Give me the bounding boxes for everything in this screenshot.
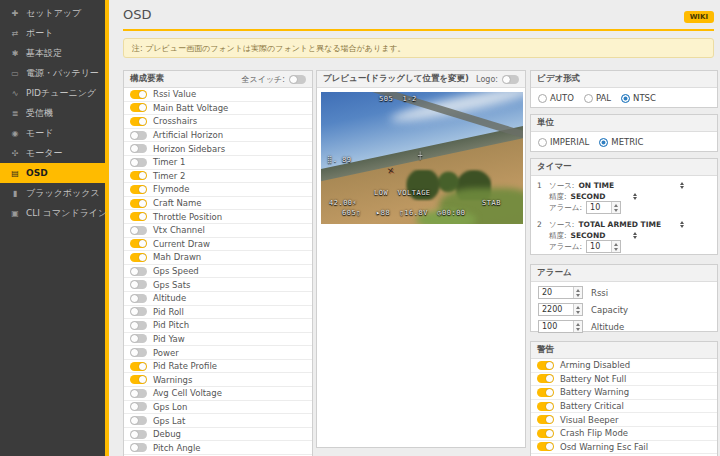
toggle-pid-roll[interactable] xyxy=(130,307,147,316)
row-label: Altitude xyxy=(153,293,186,303)
timer-1-source-select[interactable]: ON TIME xyxy=(578,181,684,190)
alarm-capacity-input[interactable]: 2200 xyxy=(538,303,583,316)
toggle-main-batt-voltage[interactable] xyxy=(130,103,147,112)
video-format-option-ntsc[interactable]: NTSC xyxy=(621,93,656,103)
row-label: Pid Yaw xyxy=(153,334,185,344)
toggle-avg-cell-voltage[interactable] xyxy=(130,389,147,398)
page-title: OSD xyxy=(123,7,152,22)
logo-toggle[interactable] xyxy=(502,75,519,84)
element-row: Horizon Sidebars xyxy=(124,142,312,156)
wiki-button[interactable]: WIKI xyxy=(684,11,714,23)
cli-icon: ▣ xyxy=(10,209,20,218)
sidebar-item-item[interactable]: ≣受信機 xyxy=(0,103,105,123)
toggle-warnings[interactable] xyxy=(130,375,147,384)
toggle-debug[interactable] xyxy=(130,430,147,439)
toggle-throttle-position[interactable] xyxy=(130,212,147,221)
toggle-crosshairs[interactable] xyxy=(130,117,147,126)
warning-row: Crash Flip Mode xyxy=(531,427,717,441)
sidebar-item-osd[interactable]: ▤OSD xyxy=(0,163,105,183)
toggle-timer-1[interactable] xyxy=(130,158,147,167)
osd-rssi[interactable]: ⣿. 89 xyxy=(327,156,351,164)
alarm-label: Capacity xyxy=(591,305,628,315)
toggle-gps-lat[interactable] xyxy=(130,416,147,425)
timer-1-alarm-input-spinner[interactable] xyxy=(611,202,620,213)
osd-mah-drawn[interactable]: 605▯ xyxy=(342,209,361,217)
osd-flymode[interactable]: STAB xyxy=(482,199,501,207)
osd-crosshair[interactable]: ┼ xyxy=(418,152,423,160)
video-format-option-auto[interactable]: AUTO xyxy=(538,93,574,103)
toggle-rssi-value[interactable] xyxy=(130,90,147,99)
sidebar-item-pid[interactable]: ∿PIDチューニング xyxy=(0,83,105,103)
timers-body: 1ソース:ON TIME精度:SECONDアラーム:102ソース:TOTAL A… xyxy=(531,176,717,252)
modes-icon: ◉ xyxy=(10,129,20,138)
toggle-gps-speed[interactable] xyxy=(130,267,147,276)
timer-2-alarm-input-spinner[interactable] xyxy=(611,241,620,252)
osd-current-draw[interactable]: 42.00⚡ xyxy=(329,199,357,207)
toggle-mah-drawn[interactable] xyxy=(130,253,147,262)
alarm-capacity-input-spinner[interactable] xyxy=(573,304,582,315)
sidebar-item-item[interactable]: ◉モード xyxy=(0,123,105,143)
alarm-altitude-input-spinner[interactable] xyxy=(573,321,582,332)
units-option-metric[interactable]: METRIC xyxy=(599,137,643,147)
timer-1-precision-select[interactable]: SECOND xyxy=(571,192,637,201)
toggle-timer-2[interactable] xyxy=(130,171,147,180)
toggle-arming-disabled[interactable] xyxy=(537,361,554,370)
timer-2-source-select[interactable]: TOTAL ARMED TIME xyxy=(578,220,684,229)
timer-2-alarm-input-value: 10 xyxy=(587,241,611,252)
sidebar-item-item[interactable]: ✚セットアップ xyxy=(0,3,105,23)
alarms-panel: アラーム 20Rssi2200Capacity100Altitude xyxy=(530,264,718,332)
toggle-battery-not-full[interactable] xyxy=(537,374,554,383)
radio-metric[interactable] xyxy=(599,138,608,147)
radio-imperial[interactable] xyxy=(538,138,547,147)
element-row: Avg Cell Voltage xyxy=(124,387,312,401)
content-area: OSD WIKI 注: プレビュー画面のフォントは実際のフォントと異なる場合があ… xyxy=(113,0,720,456)
sidebar-item-item[interactable]: ✣モーター xyxy=(0,143,105,163)
osd-warning[interactable]: LOW VOLTAGE xyxy=(374,189,431,197)
warning-row: Osd Warning Esc Fail xyxy=(531,441,717,455)
radio-pal[interactable] xyxy=(584,94,593,103)
video-format-option-pal[interactable]: PAL xyxy=(584,93,611,103)
element-row: Rssi Value xyxy=(124,88,312,102)
sidebar-item-cli[interactable]: ▣CLI コマンドライン xyxy=(0,203,105,223)
toggle-altitude[interactable] xyxy=(130,294,147,303)
radio-auto[interactable] xyxy=(538,94,547,103)
toggle-current-draw[interactable] xyxy=(130,239,147,248)
alarm-altitude-input[interactable]: 100 xyxy=(538,320,583,333)
toggle-gps-sats[interactable] xyxy=(130,280,147,289)
sidebar-item-item[interactable]: ▮ブラックボックス xyxy=(0,183,105,203)
radio-ntsc[interactable] xyxy=(621,94,630,103)
all-switch-toggle[interactable] xyxy=(289,75,306,84)
toggle-pid-pitch[interactable] xyxy=(130,321,147,330)
timer-1-alarm-input[interactable]: 10 xyxy=(586,201,621,214)
alarm-rssi-input-spinner[interactable] xyxy=(573,287,582,298)
timer-2-precision-select[interactable]: SECOND xyxy=(571,231,637,240)
osd-timer-rateprofile[interactable]: 505 1-2 xyxy=(379,95,417,103)
toggle-vtx-channel[interactable] xyxy=(130,226,147,235)
units-option-imperial[interactable]: IMPERIAL xyxy=(538,137,589,147)
toggle-pitch-angle[interactable] xyxy=(130,443,147,452)
toggle-crash-flip-mode[interactable] xyxy=(537,429,554,438)
toggle-visual-beeper[interactable] xyxy=(537,415,554,424)
toggle-osd-warning-esc-fail[interactable] xyxy=(537,442,554,451)
toggle-flymode[interactable] xyxy=(130,185,147,194)
toggle-battery-warning[interactable] xyxy=(537,388,554,397)
toggle-gps-lon[interactable] xyxy=(130,402,147,411)
all-switch-label: 全スイッチ: xyxy=(242,74,285,85)
toggle-artificial-horizon[interactable] xyxy=(130,131,147,140)
sidebar-item-item[interactable]: ⇄ポート xyxy=(0,23,105,43)
osd-preview-image[interactable]: ✕ 505 1-2 ⣿. 89 ┼ LOW VOLTAGE 42.00⚡ 605… xyxy=(321,92,523,224)
toggle-pid-yaw[interactable] xyxy=(130,334,147,343)
osd-batt-timer[interactable]: ▸88 ▯16.8V ◷00:00 xyxy=(376,209,466,217)
element-row: Mah Drawn xyxy=(124,251,312,265)
toggle-craft-name[interactable] xyxy=(130,199,147,208)
timer-2-alarm-input[interactable]: 10 xyxy=(586,240,621,253)
toggle-battery-critical[interactable] xyxy=(537,402,554,411)
sidebar-item-item[interactable]: ✱基本設定 xyxy=(0,43,105,63)
timer-1-alarm-row: アラーム:10 xyxy=(537,202,711,213)
sidebar-item-label: 電源・バッテリー xyxy=(26,67,99,80)
alarm-rssi-input[interactable]: 20 xyxy=(538,286,583,299)
toggle-pid-rate-profile[interactable] xyxy=(130,362,147,371)
toggle-horizon-sidebars[interactable] xyxy=(130,144,147,153)
toggle-power[interactable] xyxy=(130,348,147,357)
sidebar-item-item[interactable]: ▭電源・バッテリー xyxy=(0,63,105,83)
